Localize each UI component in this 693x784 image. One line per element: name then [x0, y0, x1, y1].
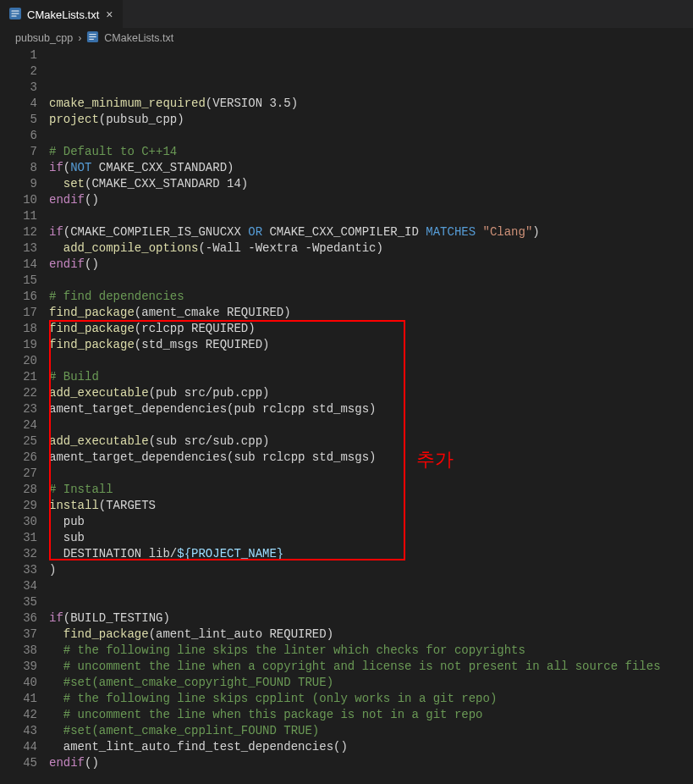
- code-line[interactable]: [49, 208, 693, 224]
- line-number: 18: [0, 321, 37, 337]
- code-line[interactable]: add_compile_options(-Wall -Wextra -Wpeda…: [49, 240, 693, 257]
- chevron-right-icon: ›: [78, 32, 81, 44]
- code-line[interactable]: install(TARGETS: [49, 498, 693, 514]
- line-number: 21: [0, 369, 37, 385]
- line-number: 10: [0, 192, 37, 208]
- code-line[interactable]: endif(): [49, 257, 693, 273]
- tab-label: CMakeLists.txt: [27, 8, 99, 21]
- close-icon[interactable]: ×: [104, 8, 114, 21]
- line-number: 23: [0, 401, 37, 417]
- line-number: 20: [0, 353, 37, 369]
- line-number: 8: [0, 160, 37, 176]
- code-line[interactable]: ament_target_dependencies(pub rclcpp std…: [49, 401, 693, 417]
- line-number: 35: [0, 594, 37, 610]
- code-line[interactable]: # uncomment the line when a copyright an…: [49, 659, 693, 675]
- line-number: 15: [0, 273, 37, 289]
- code-line[interactable]: sub: [49, 530, 693, 546]
- code-line[interactable]: # Install: [49, 482, 693, 498]
- code-line[interactable]: [49, 578, 693, 594]
- line-number: 45: [0, 755, 37, 771]
- line-number: 12: [0, 224, 37, 240]
- code-line[interactable]: [49, 353, 693, 369]
- code-line[interactable]: add_executable(pub src/pub.cpp): [49, 385, 693, 401]
- line-number: 42: [0, 707, 37, 723]
- line-number: 38: [0, 643, 37, 659]
- line-number: 44: [0, 739, 37, 755]
- line-number-gutter: 1234567891011121314151617181920212223242…: [0, 47, 49, 784]
- line-number: 19: [0, 337, 37, 353]
- code-line[interactable]: #set(ament_cmake_copyright_FOUND TRUE): [49, 675, 693, 691]
- code-line[interactable]: endif(): [49, 192, 693, 208]
- code-line[interactable]: # Build: [49, 369, 693, 385]
- line-number: 37: [0, 627, 37, 643]
- line-number: 1: [0, 47, 37, 63]
- line-number: 2: [0, 63, 37, 80]
- code-line[interactable]: # find dependencies: [49, 289, 693, 305]
- code-line[interactable]: find_package(ament_cmake REQUIRED): [49, 305, 693, 321]
- code-line[interactable]: if(CMAKE_COMPILER_IS_GNUCXX OR CMAKE_CXX…: [49, 224, 693, 240]
- code-line[interactable]: DESTINATION lib/${PROJECT_NAME}: [49, 546, 693, 562]
- line-number: 41: [0, 691, 37, 707]
- editor-tab-cmakelists[interactable]: CMakeLists.txt ×: [0, 0, 123, 28]
- line-number: 43: [0, 723, 37, 739]
- line-number: 24: [0, 417, 37, 433]
- code-line[interactable]: # uncomment the line when this package i…: [49, 707, 693, 723]
- line-number: 16: [0, 289, 37, 305]
- line-number: 9: [0, 176, 37, 192]
- code-line[interactable]: [49, 466, 693, 482]
- line-number: 40: [0, 675, 37, 691]
- cmake-file-icon: [86, 30, 99, 46]
- code-line[interactable]: set(CMAKE_CXX_STANDARD 14): [49, 176, 693, 192]
- line-number: 28: [0, 482, 37, 498]
- breadcrumb[interactable]: pubsub_cpp › CMakeLists.txt: [0, 29, 693, 47]
- tab-bar: CMakeLists.txt ×: [0, 0, 693, 29]
- code-line[interactable]: # the following line skips the linter wh…: [49, 643, 693, 659]
- line-number: 27: [0, 466, 37, 482]
- code-line[interactable]: [49, 273, 693, 289]
- line-number: 34: [0, 578, 37, 594]
- code-line[interactable]: if(BUILD_TESTING): [49, 610, 693, 627]
- line-number: 5: [0, 112, 37, 128]
- line-number: 26: [0, 450, 37, 466]
- code-line[interactable]: [49, 771, 693, 784]
- code-line[interactable]: add_executable(sub src/sub.cpp): [49, 433, 693, 450]
- code-line[interactable]: [49, 417, 693, 433]
- line-number: 4: [0, 96, 37, 112]
- code-line[interactable]: #set(ament_cmake_cpplint_FOUND TRUE): [49, 723, 693, 739]
- code-line[interactable]: ament_lint_auto_find_test_dependencies(): [49, 739, 693, 755]
- line-number: 36: [0, 610, 37, 627]
- code-line[interactable]: ): [49, 562, 693, 578]
- code-line[interactable]: cmake_minimum_required(VERSION 3.5): [49, 96, 693, 112]
- line-number: 33: [0, 562, 37, 578]
- line-number: 30: [0, 514, 37, 530]
- code-line[interactable]: find_package(rclcpp REQUIRED): [49, 321, 693, 337]
- line-number: 11: [0, 208, 37, 224]
- line-number: 32: [0, 546, 37, 562]
- code-line[interactable]: pub: [49, 514, 693, 530]
- code-editor[interactable]: 1234567891011121314151617181920212223242…: [0, 47, 693, 784]
- code-line[interactable]: project(pubsub_cpp): [49, 112, 693, 128]
- line-number: 29: [0, 498, 37, 514]
- line-number: 14: [0, 257, 37, 273]
- code-line[interactable]: if(NOT CMAKE_CXX_STANDARD): [49, 160, 693, 176]
- code-line[interactable]: ament_target_dependencies(sub rclcpp std…: [49, 450, 693, 466]
- line-number: 3: [0, 80, 37, 96]
- line-number: 39: [0, 659, 37, 675]
- line-number: 13: [0, 240, 37, 257]
- code-content[interactable]: cmake_minimum_required(VERSION 3.5)proje…: [49, 47, 693, 784]
- line-number: 31: [0, 530, 37, 546]
- code-line[interactable]: [49, 594, 693, 610]
- line-number: 7: [0, 144, 37, 160]
- breadcrumb-file[interactable]: CMakeLists.txt: [104, 32, 173, 44]
- code-line[interactable]: find_package(ament_lint_auto REQUIRED): [49, 627, 693, 643]
- breadcrumb-folder[interactable]: pubsub_cpp: [15, 32, 73, 44]
- code-line[interactable]: find_package(std_msgs REQUIRED): [49, 337, 693, 353]
- line-number: 25: [0, 433, 37, 450]
- code-line[interactable]: # the following line skips cpplint (only…: [49, 691, 693, 707]
- line-number: 6: [0, 128, 37, 144]
- code-line[interactable]: [49, 128, 693, 144]
- code-line[interactable]: # Default to C++14: [49, 144, 693, 160]
- code-line[interactable]: endif(): [49, 755, 693, 771]
- line-number: 22: [0, 385, 37, 401]
- cmake-file-icon: [8, 7, 22, 23]
